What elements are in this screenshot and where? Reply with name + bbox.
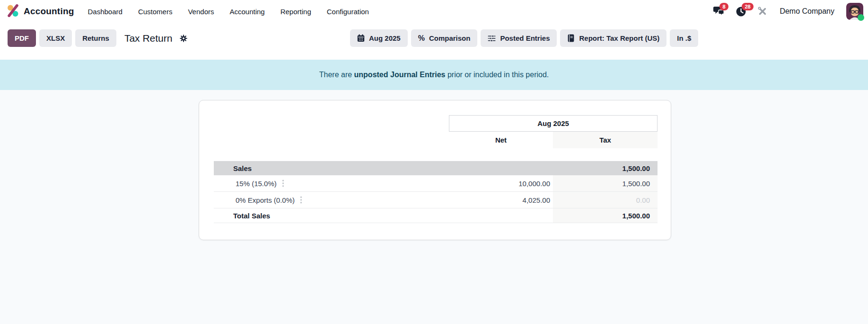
report-variant-filter-button[interactable]: Report: Tax Report (US) [560,29,666,47]
tax-report-card: Aug 2025 Net Tax Sales 1,500.00 15% (15.… [199,100,671,240]
company-switcher[interactable]: Demo Company [780,7,834,16]
activities-clock-icon[interactable]: 28 [736,6,746,17]
posted-entries-filter-label: Posted Entries [500,34,550,42]
row-label: 0% Exports (0.0%) [214,192,449,208]
row-net-value[interactable]: 4,025.00 [449,192,553,208]
report-actions: PDF XLSX Returns Tax Return [8,29,188,47]
row-label-text: 0% Exports (0.0%) [236,196,295,204]
control-panel: PDF XLSX Returns Tax Return [0,23,868,60]
row-actions-kebab-icon[interactable] [282,180,284,187]
net-column-header: Net [449,132,553,148]
app-switcher[interactable]: Accounting [7,4,74,19]
row-tax-value[interactable]: 1,500.00 [553,161,658,175]
user-avatar[interactable] [846,3,863,20]
report-settings-gear-icon[interactable] [179,34,188,43]
row-net-value[interactable]: 10,000.00 [449,175,553,191]
menu-customers[interactable]: Customers [137,6,174,18]
odoo-accounting-screen: Accounting Dashboard Customers Vendors A… [0,0,868,324]
messages-badge: 8 [719,3,728,10]
row-actions-kebab-icon[interactable] [300,196,302,204]
row-tax-value[interactable]: 0.00 [553,192,658,208]
banner-text-prefix: There are [319,71,354,79]
pdf-button[interactable]: PDF [8,29,36,47]
row-label: Sales [214,161,449,175]
currency-filter-button[interactable]: In .$ [670,29,698,47]
table-row-tax-15: 15% (15.0%) 10,000.00 1,500.00 [214,175,658,192]
report-filters: Aug 2025 % Comparison [350,29,698,47]
top-navbar: Accounting Dashboard Customers Vendors A… [0,0,868,23]
returns-button[interactable]: Returns [75,29,116,47]
currency-filter-label: In .$ [677,34,691,42]
row-label: Total Sales [214,208,449,223]
row-tax-value[interactable]: 1,500.00 [553,208,658,223]
messages-icon[interactable]: 8 [713,6,725,17]
sliders-icon [488,35,496,42]
activities-badge: 28 [742,3,753,10]
row-label-text: 15% (15.0%) [236,180,277,188]
period-filter-button[interactable]: Aug 2025 [350,29,408,47]
row-net-value [449,161,553,175]
online-status-dot [858,14,864,21]
row-label: 15% (15.0%) [214,175,449,191]
comparison-filter-label: Comparison [429,34,471,42]
menu-vendors[interactable]: Vendors [187,6,215,18]
menu-configuration[interactable]: Configuration [326,6,370,18]
menu-dashboard[interactable]: Dashboard [87,6,123,18]
navbar-systray: 8 28 Demo Company [713,3,863,20]
period-column-header: Aug 2025 [449,115,658,132]
menu-reporting[interactable]: Reporting [280,6,312,18]
table-row-tax-0-exports: 0% Exports (0.0%) 4,025.00 0.00 [214,192,658,208]
comparison-filter-button[interactable]: % Comparison [411,29,478,47]
posted-entries-filter-button[interactable]: Posted Entries [481,29,557,47]
unposted-entries-banner: There are unposted Journal Entries prior… [0,60,868,90]
unposted-journal-entries-link[interactable]: unposted Journal Entries [354,71,446,79]
menu-accounting[interactable]: Accounting [228,6,265,18]
banner-text: There are unposted Journal Entries prior… [319,71,549,79]
page-title: Tax Return [124,33,173,44]
book-icon [567,34,575,42]
tax-column-header: Tax [553,132,658,148]
xlsx-button[interactable]: XLSX [39,29,72,47]
app-name: Accounting [24,6,74,17]
debug-tools-icon[interactable] [757,6,768,17]
banner-text-suffix: prior or included in this period. [445,71,549,79]
tax-report-table: Sales 1,500.00 15% (15.0%) 10,000.00 1,5… [214,161,658,223]
row-net-value [449,208,553,223]
calendar-icon [357,34,365,42]
accounting-app-icon [7,4,19,19]
main-menu: Dashboard Customers Vendors Accounting R… [87,6,370,18]
subcolumn-headers: Net Tax [449,132,658,148]
period-filter-label: Aug 2025 [369,34,401,42]
table-row-sales-section[interactable]: Sales 1,500.00 [214,161,658,175]
report-variant-filter-label: Report: Tax Report (US) [579,34,659,42]
table-row-total-sales: Total Sales 1,500.00 [214,208,658,223]
percent-icon: % [418,34,425,43]
row-tax-value[interactable]: 1,500.00 [553,175,658,191]
